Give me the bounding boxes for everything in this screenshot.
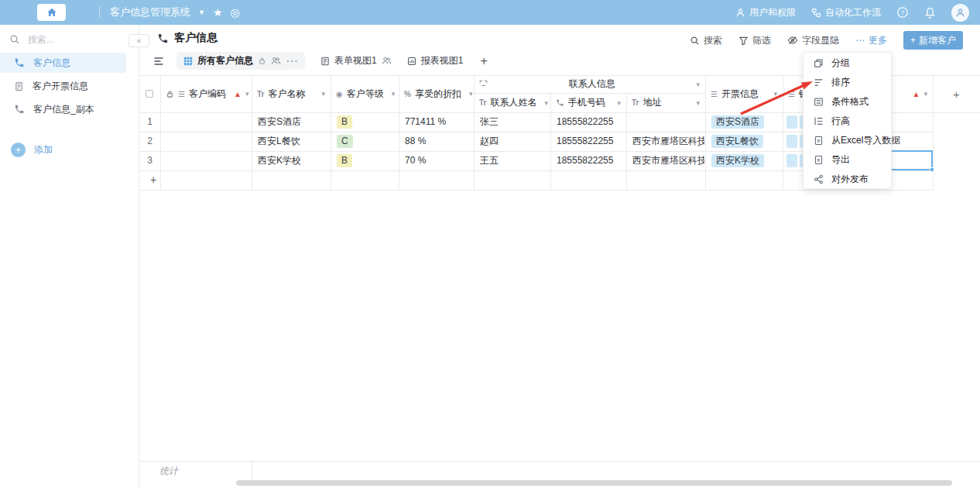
field-warning-icon: ▲ — [234, 90, 242, 98]
row-number[interactable]: 2 — [139, 132, 160, 151]
column-header-mobile[interactable]: 手机号码 ▾ — [550, 93, 626, 112]
row-number[interactable]: 1 — [139, 112, 160, 132]
tab-grid-view[interactable]: 所有客户信息 ⋯ — [176, 52, 305, 70]
sidebar-item-customer-invoice-info[interactable]: 客户开票信息 — [0, 76, 126, 96]
cell-contact-name[interactable]: 张三 — [474, 112, 550, 132]
column-header-address[interactable]: Tr 地址 ▾ — [626, 93, 705, 112]
chevron-down-icon[interactable]: ▾ — [544, 99, 548, 107]
sidebar-item-customer-info[interactable]: 客户信息 — [0, 53, 126, 73]
cell-customer-grade[interactable]: B — [331, 151, 398, 170]
add-row-button[interactable]: + — [144, 170, 163, 190]
field-visibility-button[interactable]: 字段显隐 — [787, 34, 839, 47]
cell-invoice[interactable]: 西安K学校 — [705, 151, 782, 170]
lookup-list-icon: ☰ — [711, 90, 718, 98]
users-permissions-button[interactable]: 用户和权限 — [735, 6, 796, 19]
menu-item-publish[interactable]: 对外发布 — [804, 170, 891, 189]
topbar: 客户信息管理系统 ▼ ★ ◎ 用户和权限 自动化工作流 ? — [0, 0, 980, 25]
plus-icon: + — [910, 35, 916, 46]
app-title-caret-icon[interactable]: ▼ — [198, 9, 205, 16]
menu-item-sort[interactable]: 排序 — [804, 73, 891, 92]
chevron-down-icon[interactable]: ▾ — [923, 90, 927, 98]
funnel-icon — [738, 36, 749, 46]
star-icon[interactable]: ★ — [213, 6, 223, 19]
cell-discount[interactable]: 70 % — [399, 151, 473, 170]
column-header-customer-grade[interactable]: ◉ 客户等级 ▾ — [331, 75, 399, 112]
more-button[interactable]: ⋯ 更多 — [855, 34, 887, 47]
add-field-button[interactable]: + — [933, 75, 980, 112]
chevron-down-icon[interactable]: ▾ — [392, 90, 396, 98]
cell-mobile[interactable]: 18555822255 — [550, 151, 625, 170]
select-all-checkbox[interactable] — [146, 90, 153, 98]
cell-mobile[interactable]: 18555822255 — [550, 132, 625, 151]
chevron-down-icon[interactable]: ▾ — [245, 90, 249, 98]
cell-mobile[interactable]: 18555822255 — [550, 112, 625, 132]
stats-label[interactable]: 统计 — [159, 465, 178, 478]
avatar[interactable] — [951, 4, 969, 22]
tab-form-view[interactable]: 表单视图1 — [320, 54, 392, 67]
column-group-contact-info[interactable]: 联系人信息 ▾ — [474, 75, 705, 93]
cell-discount[interactable]: 88 % — [399, 132, 473, 151]
view-list-icon[interactable] — [153, 56, 164, 67]
chevron-down-icon[interactable]: ▾ — [469, 90, 473, 98]
phone-field-icon — [556, 98, 564, 107]
cell-address[interactable]: 西安市雁塔区科技... — [626, 132, 704, 151]
cell-discount[interactable]: 771411 % — [399, 112, 473, 132]
home-button[interactable] — [37, 4, 66, 21]
menu-item-group[interactable]: 分组 — [804, 53, 891, 73]
column-header-customer-code[interactable]: ☰ 客户编码 ▲ ▾ — [160, 75, 252, 112]
tab-more-icon[interactable]: ⋯ — [286, 53, 298, 68]
menu-item-import-excel[interactable]: 从Excel导入数据 — [804, 131, 891, 150]
add-view-button[interactable]: + — [480, 54, 487, 68]
cell-customer-name[interactable]: 西安L餐饮 — [252, 132, 330, 151]
chevron-down-icon[interactable]: ▾ — [696, 99, 700, 107]
chevron-down-icon[interactable]: ▾ — [617, 99, 621, 107]
sales-tag[interactable] — [786, 115, 797, 129]
tab-report-view[interactable]: 报表视图1 — [407, 54, 464, 67]
help-icon[interactable]: ? — [896, 6, 909, 19]
grade-badge: B — [337, 115, 352, 129]
app-title[interactable]: 客户信息管理系统 — [110, 5, 190, 19]
menu-item-conditional-format[interactable]: 条件格式 — [804, 92, 891, 112]
sidebar-item-customer-info-copy[interactable]: 客户信息_副本 — [0, 99, 126, 119]
column-label: 客户编码 — [189, 88, 226, 101]
column-header-invoice-info[interactable]: ☰ 开票信息 ▾ — [705, 75, 783, 112]
target-icon[interactable]: ◎ — [230, 6, 239, 19]
chevron-down-icon[interactable]: ▾ — [773, 90, 777, 98]
new-customer-button[interactable]: + 新增客户 — [903, 31, 963, 50]
cell-customer-grade[interactable]: C — [331, 132, 398, 151]
cell-contact-name[interactable]: 王五 — [474, 151, 550, 170]
filter-button[interactable]: 筛选 — [738, 34, 771, 47]
automation-workflow-button[interactable]: 自动化工作流 — [811, 6, 881, 19]
chevron-down-icon[interactable]: ▾ — [321, 90, 325, 98]
menu-item-export[interactable]: 导出 — [804, 150, 891, 170]
plus-icon: + — [953, 88, 960, 101]
export-file-icon — [814, 155, 824, 165]
horizontal-scrollbar[interactable] — [236, 480, 952, 486]
sales-tag[interactable] — [786, 154, 797, 167]
sidebar-collapse-button[interactable]: « — [128, 34, 149, 47]
column-header-discount[interactable]: % 享受的折扣 ▾ — [399, 75, 474, 112]
menu-item-row-height[interactable]: 行高 — [804, 112, 891, 131]
sales-tag[interactable] — [786, 135, 797, 148]
cell-customer-name[interactable]: 西安S酒店 — [252, 112, 330, 132]
chevron-down-icon[interactable]: ▾ — [696, 81, 700, 88]
fill-handle[interactable] — [930, 167, 934, 172]
row-number[interactable]: 3 — [139, 151, 160, 170]
autonumber-field-icon: ☰ — [178, 90, 185, 98]
users-permissions-label: 用户和权限 — [749, 6, 796, 19]
column-header-customer-name[interactable]: Tr 客户名称 ▾ — [252, 75, 331, 112]
eye-off-icon — [787, 35, 798, 46]
add-table-button[interactable]: + 添加 — [11, 143, 53, 157]
search-button[interactable]: 搜索 — [690, 34, 722, 47]
column-header-contact-name[interactable]: Tr 联系人姓名 ▾ — [474, 93, 550, 112]
cell-customer-name[interactable]: 西安K学校 — [252, 151, 330, 170]
home-icon — [46, 7, 57, 18]
notification-bell-icon[interactable] — [924, 7, 936, 19]
cell-contact-name[interactable]: 赵四 — [474, 132, 550, 151]
menu-item-label: 对外发布 — [831, 173, 869, 186]
cell-address[interactable]: 西安市雁塔区科技... — [626, 151, 704, 170]
cell-invoice[interactable]: 西安L餐饮 — [705, 132, 782, 151]
search-input[interactable] — [28, 34, 113, 45]
cell-invoice[interactable]: 西安S酒店 — [705, 112, 782, 132]
cell-customer-grade[interactable]: B — [331, 112, 398, 132]
